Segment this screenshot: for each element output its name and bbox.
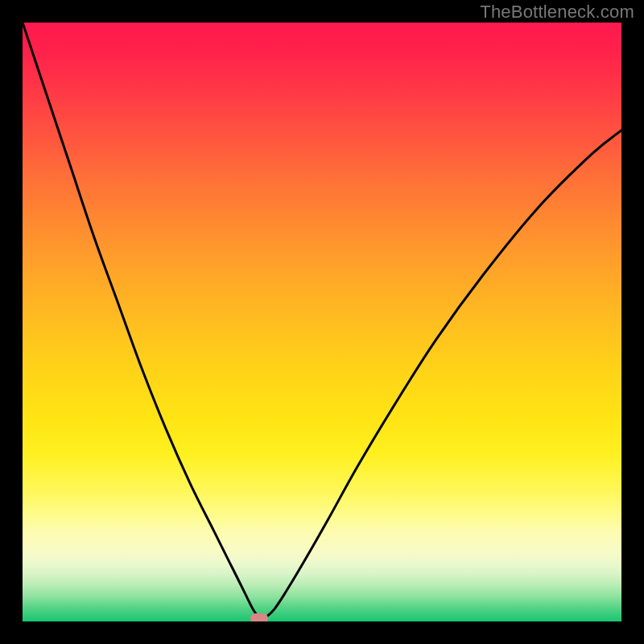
bottleneck-curve: [23, 23, 621, 621]
curve-right: [265, 130, 621, 618]
curve-left: [23, 23, 259, 618]
chart-canvas: TheBottleneck.com: [0, 0, 644, 644]
optimum-marker: [250, 613, 268, 621]
plot-area: [23, 23, 621, 621]
watermark-text: TheBottleneck.com: [480, 2, 634, 23]
